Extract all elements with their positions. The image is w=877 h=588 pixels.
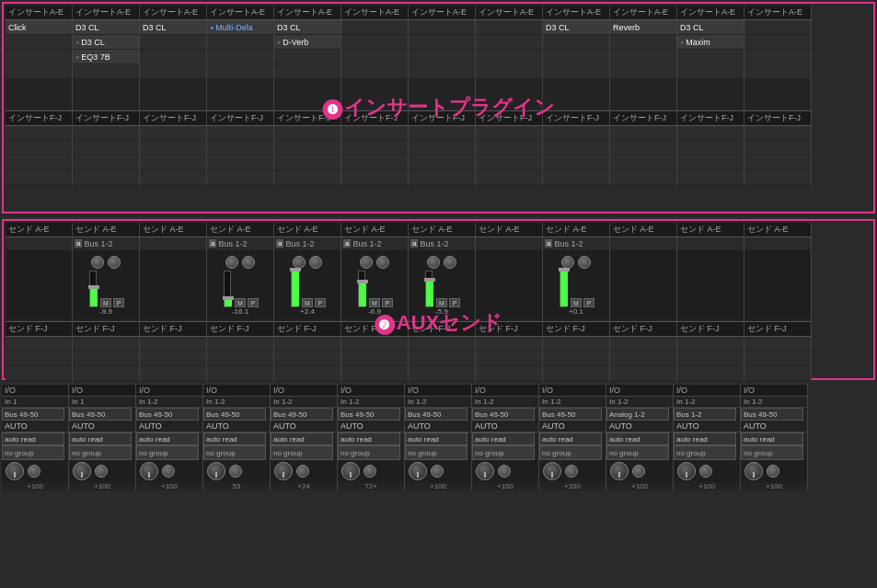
pan-knob[interactable] (610, 462, 629, 480)
plugin-slot-12-0[interactable] (744, 20, 811, 35)
fj-slot-2-3[interactable] (73, 170, 139, 185)
send-knob-1[interactable] (561, 256, 574, 269)
send-fj-slot-8-1[interactable] (476, 352, 542, 366)
pan-knob[interactable] (677, 462, 696, 480)
fj-slot-11-0[interactable] (677, 126, 744, 141)
io-output-select-6[interactable]: Bus 49-50 (338, 408, 400, 421)
send-fj-slot-6-1[interactable] (341, 352, 408, 366)
auto-select-4[interactable]: auto read (203, 432, 266, 445)
send-fj-slot-6-2[interactable] (341, 366, 408, 381)
plugin-slot-2-3[interactable] (73, 64, 139, 79)
plugin-slot-7-1[interactable] (409, 35, 475, 50)
pre-button[interactable]: P (583, 298, 594, 307)
io-output-select-1[interactable]: Bus 49-50 (2, 408, 64, 421)
pan-knob[interactable] (73, 462, 91, 480)
plugin-slot-5-1[interactable]: D-Verb (274, 35, 340, 50)
mute-button[interactable]: M (235, 298, 246, 307)
pan-knob[interactable] (140, 462, 158, 480)
pan-knob[interactable] (744, 462, 763, 480)
mute-button[interactable]: M (571, 298, 582, 307)
send-fj-slot-12-2[interactable] (744, 366, 811, 381)
send-fj-slot-10-0[interactable] (610, 337, 676, 352)
io-output-select-11[interactable]: Bus 1-2 (674, 408, 736, 421)
pre-button[interactable]: P (449, 298, 460, 307)
send-knob-1[interactable] (91, 256, 104, 269)
send-knob-small-1[interactable] (363, 465, 376, 478)
send-fj-slot-8-0[interactable] (476, 337, 542, 352)
plugin-slot-2-0[interactable]: D3 CL (73, 20, 139, 35)
plugin-slot-9-0[interactable]: D3 CL (543, 20, 609, 35)
fj-slot-10-2[interactable] (610, 156, 676, 170)
fader-bar-2[interactable] (89, 271, 97, 307)
plugin-slot-5-3[interactable] (274, 64, 340, 79)
send-fj-slot-9-0[interactable] (543, 337, 609, 352)
group-select-3[interactable]: no group (136, 445, 199, 460)
pan-knob[interactable] (341, 462, 360, 480)
plugin-slot-6-1[interactable] (341, 35, 408, 50)
send-knob-small-1[interactable] (28, 465, 40, 478)
mute-button[interactable]: M (369, 298, 380, 307)
plugin-slot-10-2[interactable] (610, 50, 676, 64)
fj-slot-7-2[interactable] (409, 156, 475, 170)
plugin-slot-7-0[interactable] (409, 20, 475, 35)
fj-slot-10-3[interactable] (610, 170, 676, 185)
fj-slot-10-1[interactable] (610, 141, 676, 156)
send-knob-1[interactable] (427, 256, 440, 269)
send-fj-slot-2-2[interactable] (73, 366, 139, 381)
plugin-slot-3-1[interactable] (140, 35, 206, 50)
plugin-slot-1-3[interactable] (6, 64, 72, 79)
fj-slot-7-0[interactable] (409, 126, 475, 141)
fj-slot-1-1[interactable] (6, 141, 72, 156)
send-fj-slot-4-1[interactable] (207, 352, 273, 366)
send-fj-slot-9-2[interactable] (543, 366, 609, 381)
fj-slot-8-3[interactable] (476, 170, 542, 185)
plugin-slot-10-3[interactable] (610, 64, 676, 79)
send-fj-slot-8-2[interactable] (476, 366, 542, 381)
group-select-6[interactable]: no group (338, 445, 400, 460)
send-fj-slot-4-0[interactable] (207, 337, 273, 352)
auto-select-8[interactable]: auto read (472, 432, 535, 445)
plugin-slot-3-3[interactable] (140, 64, 206, 79)
fader-bar-4[interactable] (224, 271, 231, 307)
group-select-10[interactable]: no group (606, 445, 669, 460)
auto-select-5[interactable]: auto read (271, 432, 333, 445)
send-fj-slot-3-2[interactable] (140, 366, 206, 381)
io-output-select-12[interactable]: Bus 49-50 (741, 408, 803, 421)
group-select-7[interactable]: no group (405, 445, 467, 460)
plugin-slot-11-3[interactable] (677, 64, 744, 79)
plugin-slot-6-3[interactable] (341, 64, 408, 79)
send-fj-slot-11-1[interactable] (677, 352, 744, 366)
fj-slot-9-1[interactable] (543, 141, 609, 156)
fj-slot-8-2[interactable] (476, 156, 542, 170)
group-select-11[interactable]: no group (674, 445, 736, 460)
fj-slot-11-2[interactable] (677, 156, 744, 170)
plugin-slot-1-2[interactable] (6, 50, 72, 64)
fj-slot-8-1[interactable] (476, 141, 542, 156)
plugin-slot-8-2[interactable] (476, 50, 542, 64)
group-select-12[interactable]: no group (741, 445, 803, 460)
send-knob-2[interactable] (444, 256, 456, 269)
send-knob-2[interactable] (108, 256, 121, 269)
send-fj-slot-10-1[interactable] (610, 352, 676, 366)
plugin-slot-2-2[interactable]: EQ3 7B (73, 50, 139, 64)
send-fj-slot-11-0[interactable] (677, 337, 744, 352)
send-fj-slot-4-2[interactable] (207, 366, 273, 381)
send-fj-slot-3-1[interactable] (140, 352, 206, 366)
send-knob-1[interactable] (225, 256, 238, 269)
send-fj-slot-10-2[interactable] (610, 366, 676, 381)
plugin-slot-7-2[interactable] (409, 50, 475, 64)
pre-button[interactable]: P (248, 298, 259, 307)
io-output-select-5[interactable]: Bus 49-50 (271, 408, 333, 421)
fj-slot-9-3[interactable] (543, 170, 609, 185)
fj-slot-12-3[interactable] (744, 170, 811, 185)
send-fj-slot-1-0[interactable] (6, 337, 72, 352)
fj-slot-7-1[interactable] (409, 141, 475, 156)
pan-knob[interactable] (409, 462, 427, 480)
send-fj-slot-9-1[interactable] (543, 352, 609, 366)
plugin-slot-9-2[interactable] (543, 50, 609, 64)
fj-slot-1-3[interactable] (6, 170, 72, 185)
fader-bar-6[interactable] (358, 271, 365, 307)
auto-select-12[interactable]: auto read (741, 432, 803, 445)
io-output-select-2[interactable]: Bus 49-50 (69, 408, 132, 421)
fj-slot-1-0[interactable] (6, 126, 72, 141)
